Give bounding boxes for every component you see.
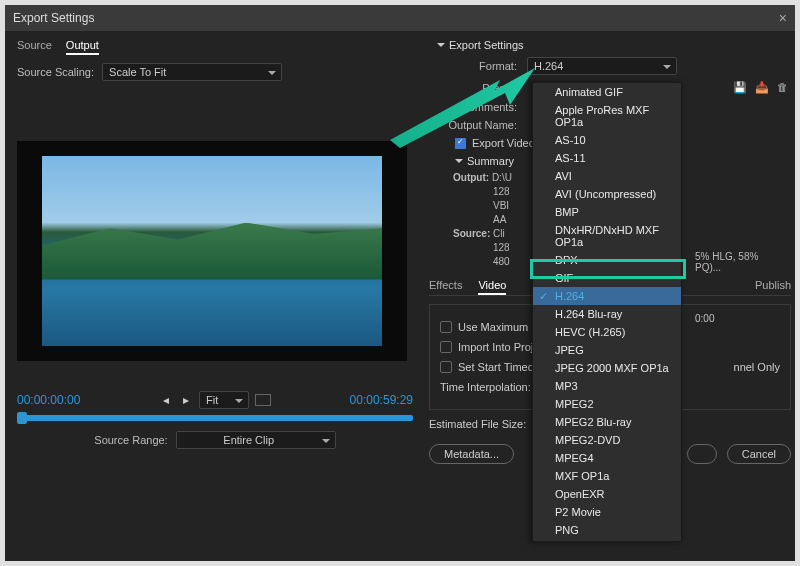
format-option[interactable]: MPEG2 (533, 395, 681, 413)
preview-tabs: Source Output (17, 39, 413, 55)
info-time: 0:00 (695, 313, 785, 324)
import-preset-icon[interactable]: 📥 (755, 81, 769, 95)
format-option[interactable]: MPEG2-DVD (533, 431, 681, 449)
use-max-checkbox[interactable] (440, 321, 452, 333)
next-frame-icon[interactable]: ▸ (179, 393, 193, 407)
annotation-arrow-icon (380, 60, 540, 150)
import-project-checkbox[interactable] (440, 341, 452, 353)
queue-button[interactable] (687, 444, 717, 464)
channel-only-label: nnel Only (734, 361, 780, 373)
source-scaling-row: Source Scaling: Scale To Fit (17, 63, 413, 81)
aspect-icon[interactable] (255, 394, 271, 406)
format-option[interactable]: MPEG2 Blu-ray (533, 413, 681, 431)
titlebar: Export Settings × (5, 5, 795, 31)
source-scaling-label: Source Scaling: (17, 66, 94, 78)
source-scaling-select[interactable]: Scale To Fit (102, 63, 282, 81)
format-option[interactable]: H.264 (533, 287, 681, 305)
window-title: Export Settings (13, 11, 94, 25)
tab-source[interactable]: Source (17, 39, 52, 55)
format-option[interactable]: AS-11 (533, 149, 681, 167)
format-option[interactable]: OpenEXR (533, 485, 681, 503)
est-size-label: Estimated File Size: (429, 418, 526, 430)
left-panel: Source Output Source Scaling: Scale To F… (5, 31, 425, 561)
right-info-column: 5% HLG, 58% PQ)... 0:00 (695, 121, 785, 324)
metadata-button[interactable]: Metadata... (429, 444, 514, 464)
time-bar: 00:00:00:00 ◂ ▸ Fit 00:00:59:29 Source R… (17, 391, 413, 449)
format-option[interactable]: AS-10 (533, 131, 681, 149)
prev-frame-icon[interactable]: ◂ (159, 393, 173, 407)
format-option[interactable]: MXF OP1a (533, 467, 681, 485)
preset-icon-buttons: 💾 📥 🗑 (733, 81, 791, 95)
format-option[interactable]: DPX (533, 251, 681, 269)
format-dropdown[interactable]: Animated GIFApple ProRes MXF OP1aAS-10AS… (532, 82, 682, 542)
source-range-row: Source Range: Entire Clip (17, 431, 413, 449)
playback-controls: ◂ ▸ Fit (159, 391, 271, 409)
tab-video[interactable]: Video (478, 279, 506, 295)
format-option[interactable]: GIF (533, 269, 681, 287)
preview-area (17, 141, 407, 361)
format-option[interactable]: BMP (533, 203, 681, 221)
format-option[interactable]: MPEG4 (533, 449, 681, 467)
format-option[interactable]: H.264 Blu-ray (533, 305, 681, 323)
close-icon[interactable]: × (779, 10, 787, 26)
format-option[interactable]: Apple ProRes MXF OP1a (533, 101, 681, 131)
timecode-out[interactable]: 00:00:59:29 (350, 393, 413, 407)
format-option[interactable]: QuickTime (533, 539, 681, 542)
format-select[interactable]: H.264 (527, 57, 677, 75)
format-option[interactable]: AVI (Uncompressed) (533, 185, 681, 203)
format-option[interactable]: Animated GIF (533, 83, 681, 101)
format-option[interactable]: JPEG 2000 MXF OP1a (533, 359, 681, 377)
save-preset-icon[interactable]: 💾 (733, 81, 747, 95)
format-option[interactable]: DNxHR/DNxHD MXF OP1a (533, 221, 681, 251)
tab-effects[interactable]: Effects (429, 279, 462, 295)
format-option[interactable]: AVI (533, 167, 681, 185)
timeline-slider[interactable] (17, 415, 413, 421)
format-option[interactable]: MP3 (533, 377, 681, 395)
delete-preset-icon[interactable]: 🗑 (777, 81, 791, 95)
source-range-select[interactable]: Entire Clip (176, 431, 336, 449)
format-option[interactable]: P2 Movie (533, 503, 681, 521)
tab-output[interactable]: Output (66, 39, 99, 55)
time-interp-label: Time Interpolation: (440, 381, 531, 393)
info-hlg: 5% HLG, 58% PQ)... (695, 251, 785, 273)
svg-marker-0 (390, 68, 535, 148)
format-option[interactable]: PNG (533, 521, 681, 539)
export-settings-header[interactable]: Export Settings (437, 39, 791, 51)
zoom-select[interactable]: Fit (199, 391, 249, 409)
format-option[interactable]: JPEG (533, 341, 681, 359)
format-option[interactable]: HEVC (H.265) (533, 323, 681, 341)
source-range-label: Source Range: (94, 434, 167, 446)
cancel-button[interactable]: Cancel (727, 444, 791, 464)
start-timecode-checkbox[interactable] (440, 361, 452, 373)
preview-image (42, 156, 382, 346)
timecode-in[interactable]: 00:00:00:00 (17, 393, 80, 407)
